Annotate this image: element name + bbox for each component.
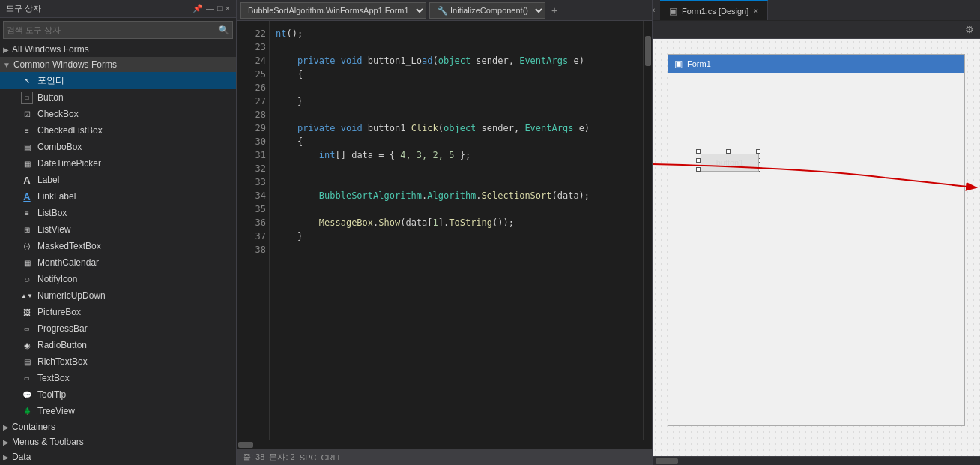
form-app-icon: ▣ [674, 58, 683, 69]
designer-horiz-scroll[interactable] [653, 456, 980, 465]
status-col: 문자: 2 [269, 452, 294, 463]
section-label-all: All Windows Forms [12, 44, 89, 55]
toolbox-item-label[interactable]: A Label [0, 172, 236, 188]
section-common-windows-forms[interactable]: ▼ Common Windows Forms [0, 57, 236, 72]
toolbox-item-maskedtextbox[interactable]: (·) MaskedTextBox [0, 238, 236, 254]
editor-area: BubbleSortAlgorithm.WinFormsApp1.Form1 🔧… [237, 0, 652, 465]
progressbar-label: ProgressBar [37, 323, 88, 334]
section-containers[interactable]: ▶ Containers [0, 419, 236, 434]
pointer-icon: ↖ [21, 75, 33, 87]
listbox-icon: ≡ [21, 207, 33, 219]
monthcalendar-label: MonthCalendar [37, 257, 99, 268]
class-dropdown[interactable]: BubbleSortAlgorithm.WinFormsApp1.Form1 [240, 2, 426, 19]
toolbox-item-treeview[interactable]: 🌲 TreeView [0, 403, 236, 419]
toolbox-title-icons: 📌 — □ × [193, 4, 230, 14]
toolbox-item-notifyicon[interactable]: ☺ NotifyIcon [0, 271, 236, 287]
toolbox-title: 도구 상자 [6, 3, 41, 14]
editor-status-bar: 줄: 38 문자: 2 SPC CRLF [237, 448, 652, 465]
numericupdown-icon: ▲▼ [21, 290, 33, 302]
toolbox-item-linklabel[interactable]: A LinkLabel [0, 188, 236, 205]
status-spaces: SPC [300, 453, 317, 462]
toolbox-item-textbox[interactable]: ▭ TextBox [0, 370, 236, 386]
progressbar-icon: ▭ [21, 322, 33, 334]
toolbox-item-progressbar[interactable]: ▭ ProgressBar [0, 320, 236, 337]
close-icon[interactable]: × [226, 4, 230, 14]
vert-scroll-left [237, 21, 246, 440]
form-tab-icon: ▣ [669, 6, 677, 16]
section-label-data: Data [12, 452, 31, 462]
search-input[interactable] [7, 26, 218, 34]
maskedtextbox-label: MaskedTextBox [37, 241, 101, 251]
toolbox-search-bar: 🔍 [3, 21, 233, 39]
toolbox-item-numericupdown[interactable]: ▲▼ NumericUpDown [0, 287, 236, 304]
vert-scrollbar[interactable] [643, 21, 652, 440]
textbox-label: TextBox [37, 373, 70, 383]
picturebox-icon: 🖼 [21, 306, 33, 318]
maximize-icon[interactable]: □ [217, 4, 223, 14]
toolbox-item-checkedlistbox[interactable]: ≡ CheckedListBox [0, 122, 236, 139]
notifyicon-label: NotifyIcon [37, 274, 77, 284]
status-line-ending: CRLF [321, 453, 343, 462]
picturebox-label: PictureBox [37, 307, 81, 317]
designer-tab-label: Form1.cs [Design] [682, 7, 748, 16]
checkedlistbox-icon: ≡ [21, 124, 33, 136]
pin-icon[interactable]: 📌 [193, 4, 203, 14]
code-editor[interactable]: nt(); private void button1_Load(object s… [270, 21, 643, 440]
add-member-button[interactable]: + [548, 3, 560, 18]
form-title-label: Form1 [687, 59, 711, 68]
radiobutton-icon: ◉ [21, 339, 33, 351]
toolbox-item-radiobutton[interactable]: ◉ RadioButton [0, 337, 236, 353]
minimize-icon[interactable]: — [206, 4, 214, 14]
form-body: button1 [668, 73, 964, 425]
toolbox-item-monthcalendar[interactable]: ▦ MonthCalendar [0, 254, 236, 271]
toolbox-item-tooltip[interactable]: 💬 ToolTip [0, 386, 236, 403]
designer-tab-close[interactable]: × [753, 6, 758, 16]
numericupdown-label: NumericUpDown [37, 290, 106, 301]
tooltip-label: ToolTip [37, 389, 66, 400]
checkedlistbox-label: CheckedListBox [37, 125, 103, 136]
monthcalendar-icon: ▦ [21, 256, 33, 268]
toolbox-item-pointer[interactable]: ↖ 포인터 [0, 72, 236, 89]
section-arrow-all: ▶ [3, 46, 9, 54]
horiz-scrollbar[interactable] [237, 440, 652, 448]
toolbox-panel: 도구 상자 📌 — □ × 🔍 ▶ All Windows Forms ▼ Co… [0, 0, 237, 465]
search-icon: 🔍 [218, 25, 229, 35]
section-menus-toolbars[interactable]: ▶ Menus & Toolbars [0, 434, 236, 449]
toolbox-item-listview[interactable]: ⊞ ListView [0, 221, 236, 238]
settings-icon[interactable]: ⚙ [965, 24, 974, 35]
scroll-left-btn[interactable]: ‹ [653, 0, 660, 20]
toolbox-item-combobox[interactable]: ▤ ComboBox [0, 139, 236, 155]
toolbox-item-checkbox[interactable]: ☑ CheckBox [0, 106, 236, 122]
method-dropdown[interactable]: 🔧 InitializeComponent() [429, 2, 545, 19]
design-button[interactable]: button1 [701, 154, 759, 172]
button-label: Button [37, 92, 64, 103]
pointer-label: 포인터 [37, 74, 64, 87]
combobox-icon: ▤ [21, 141, 33, 153]
toolbox-item-datetimepicker[interactable]: ▦ DateTimePicker [0, 155, 236, 172]
treeview-icon: 🌲 [21, 405, 33, 417]
toolbox-item-picturebox[interactable]: 🖼 PictureBox [0, 304, 236, 320]
toolbox-item-listbox[interactable]: ≡ ListBox [0, 205, 236, 221]
section-label-common: Common Windows Forms [13, 59, 117, 70]
section-label-containers: Containers [12, 422, 55, 432]
richtextbox-icon: ▤ [21, 356, 33, 368]
section-arrow-containers: ▶ [3, 423, 9, 431]
designer-tab-form1[interactable]: ▣ Form1.cs [Design] × [660, 0, 768, 20]
section-all-windows-forms[interactable]: ▶ All Windows Forms [0, 42, 236, 57]
toolbox-title-bar: 도구 상자 📌 — □ × [0, 0, 236, 18]
treeview-label: TreeView [37, 406, 75, 416]
checkbox-label: CheckBox [37, 109, 79, 119]
notifyicon-icon: ☺ [21, 273, 33, 285]
section-data[interactable]: ▶ Data [0, 449, 236, 464]
tooltip-icon: 💬 [21, 388, 33, 400]
label-icon: A [21, 174, 33, 186]
form-window: ▣ Form1 [668, 54, 965, 426]
label-label: Label [37, 175, 59, 185]
maskedtextbox-icon: (·) [21, 240, 33, 252]
datetimepicker-label: DateTimePicker [37, 158, 101, 169]
radiobutton-label: RadioButton [37, 340, 87, 350]
toolbox-item-richtextbox[interactable]: ▤ RichTextBox [0, 353, 236, 370]
toolbox-item-button[interactable]: □ Button [0, 89, 236, 106]
datetimepicker-icon: ▦ [21, 158, 33, 170]
designer-canvas[interactable]: ▣ Form1 [653, 39, 980, 456]
